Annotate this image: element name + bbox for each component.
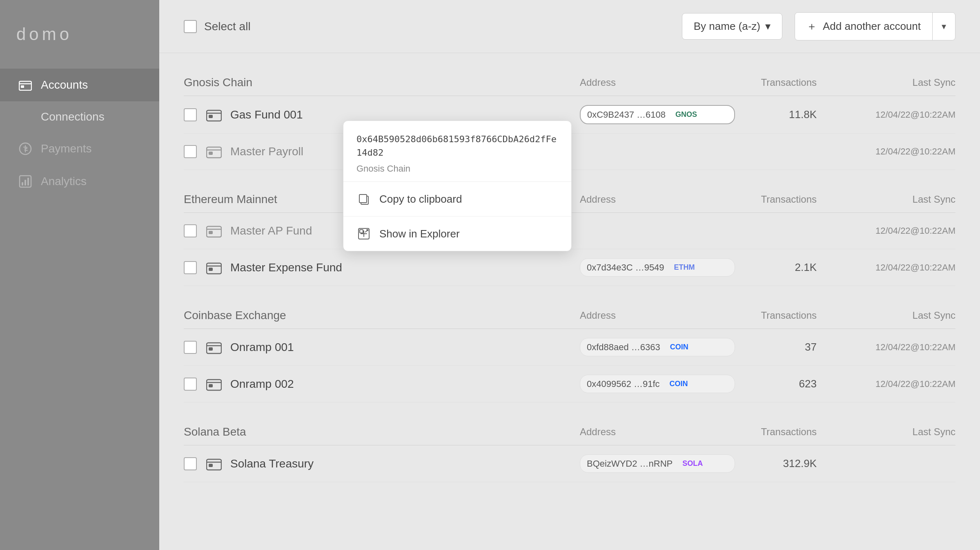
master-payroll-checkbox[interactable] (184, 145, 197, 158)
onramp-001-address-text: 0xfd88aed …6363 (587, 342, 660, 353)
table-row[interactable]: Gas Fund 001 0xC9B2437 …6108 GNOS 11.8K … (184, 96, 956, 134)
onramp-002-checkbox[interactable] (184, 378, 197, 391)
solana-treasury-name: Solana Treasury (230, 457, 580, 470)
onramp-002-address[interactable]: 0x4099562 …91fc COIN (580, 375, 735, 393)
onramp-002-chain-tag: COIN (666, 378, 691, 389)
select-all-checkbox[interactable] (184, 20, 197, 33)
sidebar: domo Accounts Connections (0, 0, 159, 550)
sidebar-nav: Accounts Connections Payments (0, 69, 159, 534)
onramp-002-last-sync: 12/04/22@10:22AM (817, 379, 956, 389)
eth-col-transactions: Transactions (735, 194, 817, 205)
section-solana: Solana Beta Address Transactions Last Sy… (184, 419, 956, 482)
coinbase-col-lastsync: Last Sync (817, 310, 956, 321)
solana-section-header: Solana Beta Address Transactions Last Sy… (184, 419, 956, 445)
onramp-002-name: Onramp 002 (230, 378, 580, 391)
app-logo: domo (0, 16, 159, 69)
onramp-001-wallet-icon (205, 338, 223, 356)
sort-dropdown[interactable]: By name (a-z) ▾ (682, 13, 782, 40)
add-account-main-button[interactable]: ＋ Add another account (795, 13, 933, 40)
coinbase-section-title: Coinbase Exchange (184, 309, 580, 322)
gas-fund-001-checkbox[interactable] (184, 108, 197, 121)
payments-icon (18, 141, 33, 156)
plus-icon: ＋ (806, 19, 817, 34)
svg-rect-5 (24, 180, 26, 186)
section-gnosis: Gnosis Chain Address Transactions Last S… (184, 69, 956, 170)
onramp-002-address-text: 0x4099562 …91fc (587, 379, 660, 389)
solana-treasury-chain-tag: SOLA (679, 458, 706, 469)
master-expense-fund-address[interactable]: 0x7d34e3C …9549 ETHM (580, 258, 735, 277)
svg-rect-10 (359, 195, 367, 203)
solana-treasury-checkbox[interactable] (184, 457, 197, 470)
analytics-icon (18, 174, 33, 189)
gas-fund-001-wallet-icon (205, 106, 223, 124)
coinbase-col-transactions: Transactions (735, 310, 817, 321)
gnosis-col-transactions: Transactions (735, 77, 817, 88)
table-row[interactable]: Master Expense Fund 0x7d34e3C …9549 ETHM… (184, 249, 956, 286)
svg-rect-18 (209, 268, 213, 271)
show-in-explorer-label: Show in Explorer (379, 228, 460, 240)
tooltip-address-block: 0x64B590528d06b681593f8766CDbA26d2fFe14d… (343, 121, 571, 182)
gnosis-col-address: Address (580, 77, 735, 88)
copy-to-clipboard-button[interactable]: Copy to clipboard (343, 182, 571, 216)
select-all-label: Select all (204, 20, 251, 33)
master-expense-fund-last-sync: 12/04/22@10:22AM (817, 262, 956, 273)
add-account-label: Add another account (823, 20, 921, 33)
add-account-button-group: ＋ Add another account ▾ (795, 12, 956, 40)
gas-fund-001-address[interactable]: 0xC9B2437 …6108 GNOS (580, 105, 735, 124)
master-ap-fund-last-sync: 12/04/22@10:22AM (817, 226, 956, 236)
onramp-001-last-sync: 12/04/22@10:22AM (817, 342, 956, 353)
tooltip-chain-name: Gnosis Chain (356, 163, 558, 174)
coinbase-col-address: Address (580, 310, 735, 321)
accounts-icon (18, 78, 33, 92)
sidebar-item-accounts[interactable]: Accounts (0, 69, 159, 101)
sidebar-connections-label: Connections (41, 110, 105, 123)
table-row[interactable]: Onramp 001 0xfd88aed …6363 COIN 37 12/04… (184, 329, 956, 366)
svg-rect-20 (209, 347, 213, 351)
sidebar-analytics-label: Analytics (41, 175, 87, 188)
onramp-001-checkbox[interactable] (184, 341, 197, 354)
add-account-chevron-icon: ▾ (942, 21, 946, 31)
svg-rect-6 (27, 178, 29, 186)
table-row[interactable]: Onramp 002 0x4099562 …91fc COIN 623 12/0… (184, 366, 956, 402)
main-content: Select all By name (a-z) ▾ ＋ Add another… (159, 0, 980, 550)
master-expense-fund-checkbox[interactable] (184, 261, 197, 274)
solana-treasury-tx-count: 312.9K (735, 457, 817, 470)
select-all-area: Select all (184, 20, 670, 33)
gas-fund-001-last-sync: 12/04/22@10:22AM (817, 110, 956, 120)
sidebar-item-analytics[interactable]: Analytics (0, 165, 159, 198)
coinbase-section-header: Coinbase Exchange Address Transactions L… (184, 302, 956, 329)
svg-rect-4 (22, 182, 23, 186)
sidebar-item-payments[interactable]: Payments (0, 132, 159, 165)
top-bar: Select all By name (a-z) ▾ ＋ Add another… (159, 0, 980, 53)
gnosis-section-header: Gnosis Chain Address Transactions Last S… (184, 69, 956, 96)
section-coinbase: Coinbase Exchange Address Transactions L… (184, 302, 956, 402)
accounts-content: Gnosis Chain Address Transactions Last S… (159, 53, 980, 550)
master-ap-fund-wallet-icon (205, 222, 223, 240)
onramp-002-tx-count: 623 (735, 378, 817, 390)
svg-rect-22 (209, 384, 213, 387)
sort-label: By name (a-z) (694, 20, 760, 33)
sidebar-item-connections[interactable]: Connections (0, 101, 159, 132)
show-in-explorer-button[interactable]: Show in Explorer (343, 216, 571, 251)
solana-treasury-wallet-icon (205, 455, 223, 473)
onramp-001-tx-count: 37 (735, 341, 817, 353)
master-expense-fund-name: Master Expense Fund (230, 261, 580, 274)
svg-rect-24 (209, 464, 213, 467)
gnosis-section-title: Gnosis Chain (184, 76, 580, 89)
eth-col-address: Address (580, 194, 735, 205)
master-ap-fund-checkbox[interactable] (184, 224, 197, 237)
svg-rect-1 (21, 85, 24, 88)
table-row[interactable]: Solana Treasury BQeizWYD2 …nRNP SOLA 312… (184, 445, 956, 482)
add-account-caret-button[interactable]: ▾ (933, 15, 955, 38)
onramp-001-address[interactable]: 0xfd88aed …6363 COIN (580, 338, 735, 356)
master-expense-fund-address-text: 0x7d34e3C …9549 (587, 262, 664, 273)
master-expense-fund-chain-tag: ETHM (671, 262, 698, 273)
svg-rect-16 (209, 231, 213, 234)
gas-fund-001-name: Gas Fund 001 (230, 108, 580, 121)
gas-fund-001-address-text: 0xC9B2437 …6108 (587, 110, 666, 120)
solana-col-address: Address (580, 426, 735, 438)
solana-treasury-address[interactable]: BQeizWYD2 …nRNP SOLA (580, 454, 735, 473)
gas-fund-001-tx-count: 11.8K (735, 108, 817, 121)
svg-rect-8 (209, 115, 213, 118)
master-payroll-last-sync: 12/04/22@10:22AM (817, 146, 956, 157)
